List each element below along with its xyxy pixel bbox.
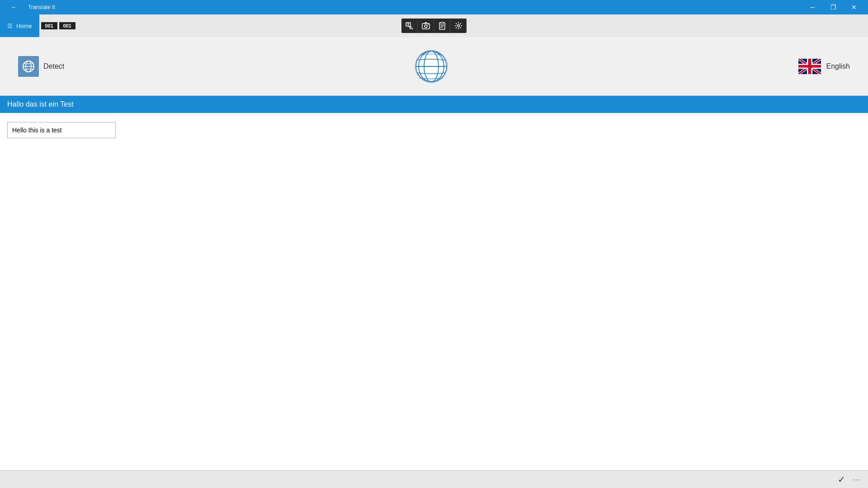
svg-rect-10	[441, 22, 443, 23]
home-button[interactable]: ☰ Home	[0, 14, 39, 37]
original-text-display: Hallo das ist ein Test	[7, 100, 73, 108]
minimize-button[interactable]: ─	[802, 0, 823, 14]
main-content	[0, 113, 868, 147]
detect-label: Detect	[43, 62, 64, 70]
globe-container	[413, 48, 449, 84]
settings-icon-btn[interactable]	[450, 19, 467, 33]
clipboard-icon-btn[interactable]	[434, 19, 450, 33]
title-bar-left: ← Translate It	[4, 0, 55, 14]
counter-left-badge: 001	[41, 22, 57, 29]
uk-flag-icon	[798, 59, 821, 74]
title-bar: ← Translate It ─ ❐ ✕	[0, 0, 868, 14]
app-bar: ☰ Home 001 001	[0, 14, 868, 37]
language-selector[interactable]: English	[798, 59, 850, 74]
home-label: Home	[16, 23, 32, 29]
more-button[interactable]: ···	[853, 476, 861, 483]
svg-point-7	[425, 25, 427, 28]
close-button[interactable]: ✕	[844, 0, 864, 14]
svg-point-14	[458, 25, 460, 27]
translation-bar: Hallo das ist ein Test	[0, 96, 868, 113]
detect-button[interactable]: Detect	[18, 56, 64, 77]
window-controls: ─ ❐ ✕	[802, 0, 864, 14]
main-header: Detect English	[0, 37, 868, 96]
status-bar: ✓ ···	[0, 470, 868, 488]
camera-icon-btn[interactable]	[418, 19, 434, 33]
translate-icon-btn[interactable]	[401, 19, 418, 33]
toolbar-icons	[401, 19, 467, 33]
detect-icon-box	[18, 56, 39, 77]
language-label: English	[826, 62, 850, 70]
counter-right-badge: 001	[59, 22, 75, 29]
check-button[interactable]: ✓	[838, 474, 845, 485]
app-title: Translate It	[28, 4, 55, 10]
svg-point-8	[428, 24, 429, 25]
hamburger-icon: ☰	[7, 23, 13, 29]
restore-button[interactable]: ❐	[823, 0, 844, 14]
back-button[interactable]: ←	[4, 0, 24, 14]
translated-text-input[interactable]	[7, 122, 116, 138]
